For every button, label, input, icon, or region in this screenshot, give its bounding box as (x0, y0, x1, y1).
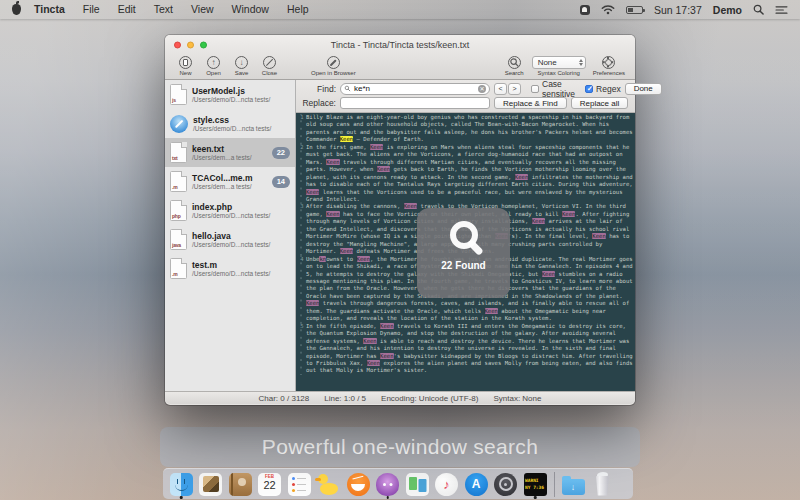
dock-icon-cyberduck[interactable] (316, 470, 342, 499)
file-path: /Users/dem...a tests/ (192, 154, 252, 161)
file-labels: TCACol...me.m/Users/dem...a tests/ (192, 173, 252, 190)
menu-bar-clock[interactable]: Sun 17:37 (654, 4, 702, 16)
menu-item-text[interactable]: Text (145, 3, 182, 15)
clear-find-icon[interactable]: ✕ (478, 85, 486, 93)
close-button[interactable]: Close (259, 56, 280, 76)
regex-checkbox[interactable] (585, 85, 593, 93)
dock-icon-downloads[interactable]: ↓ (560, 470, 586, 499)
editor-text[interactable]: In the first game, Keen is exploring on … (306, 144, 633, 204)
search-match: Keen (542, 271, 555, 277)
user-menu[interactable]: Demo (713, 4, 742, 16)
status-app-icon[interactable] (580, 5, 590, 15)
document-file-icon: .m (170, 171, 187, 192)
menu-item-tincta[interactable]: Tincta (25, 3, 74, 15)
file-labels: hello.java/Users/demo/D...ncta tests/ (192, 231, 270, 248)
dock-icon-itunes[interactable]: ♪ (434, 470, 460, 499)
sidebar-file-item[interactable]: phpindex.php/Users/demo/D...ncta tests/ (165, 196, 295, 225)
replace-and-find-button[interactable]: Replace & Find (494, 97, 567, 109)
apple-menu-icon[interactable] (12, 4, 21, 15)
magnifier-icon (450, 221, 478, 249)
file-name: TCACol...me.m (192, 173, 252, 183)
dock-icon-reminders[interactable] (286, 470, 312, 499)
dock-icon-trash[interactable] (590, 470, 616, 499)
open-in-browser-button[interactable]: Open in Browser (311, 56, 356, 76)
zoom-window-button[interactable] (200, 42, 207, 49)
dock-icon-contacts[interactable] (227, 470, 253, 499)
regex-label: Regex (596, 84, 621, 94)
status-char-count: Char: 0 / 3128 (259, 394, 310, 403)
search-match: Keen (326, 211, 339, 217)
menu-item-help[interactable]: Help (278, 3, 318, 15)
dock-icon-wheel[interactable] (493, 470, 519, 499)
file-extension-label: .m (172, 184, 177, 190)
dock-icon-preview[interactable] (198, 470, 224, 499)
replace-all-button[interactable]: Replace all (571, 97, 629, 109)
find-previous-button[interactable]: < (494, 83, 507, 95)
save-button[interactable]: ↓ Save (231, 56, 252, 76)
menu-item-view[interactable]: View (182, 3, 223, 15)
sidebar-file-item[interactable]: javahello.java/Users/demo/D...ncta tests… (165, 225, 295, 254)
editor-paragraph: 5In the fifth episode, Keen travels to K… (296, 323, 633, 375)
new-button[interactable]: New (175, 56, 196, 76)
syntax-coloring-control: None Syntax Coloring (532, 56, 586, 76)
find-next-button[interactable]: > (508, 83, 521, 95)
menu-item-window[interactable]: Window (223, 3, 278, 15)
file-path: /Users/demo/D...ncta tests/ (192, 212, 270, 219)
find-input[interactable]: ke*n ✕ (340, 83, 490, 95)
sidebar-file-item[interactable]: style.css/Users/demo/D...ncta tests/ (165, 109, 295, 138)
line-number: 5 (296, 323, 306, 375)
select-arrows-icon (579, 59, 583, 66)
search-match: Keen (370, 144, 383, 150)
menu-item-edit[interactable]: Edit (109, 3, 145, 15)
preferences-button[interactable]: Preferences (593, 56, 625, 76)
editor-paragraph: 2In the first game, Keen is exploring on… (296, 144, 633, 204)
notification-center-icon[interactable] (775, 5, 788, 15)
sidebar-file-item[interactable]: .mTCACol...me.m/Users/dem...a tests/14 (165, 167, 295, 196)
title-bar[interactable]: Tincta - Tincta/Tincta tests/keen.txt (165, 35, 635, 55)
dock-icon-dos[interactable]: WARNINY 7:36 (522, 470, 548, 499)
dock-icon-octopus[interactable] (375, 470, 401, 499)
search-button[interactable]: Search (504, 56, 525, 76)
document-file-icon: js (170, 84, 187, 105)
battery-icon[interactable] (626, 6, 643, 14)
replace-input[interactable] (340, 97, 490, 109)
file-path: /Users/demo/D...ncta tests/ (192, 96, 270, 103)
find-field-magnifier-icon (344, 85, 351, 92)
dock-separator (554, 472, 555, 497)
dock-icon-finder[interactable] (168, 470, 194, 499)
open-button[interactable]: ↑ Open (203, 56, 224, 76)
window-title: Tincta - Tincta/Tincta tests/keen.txt (331, 40, 469, 50)
dock-icon-panels[interactable] (404, 470, 430, 499)
save-icon: ↓ (235, 56, 248, 69)
syntax-coloring-select[interactable]: None (532, 56, 586, 69)
replace-row: Replace: Replace & Find Replace all (300, 97, 631, 109)
calendar-day: 22 (258, 479, 281, 491)
menu-bar-status-area: Sun 17:37 Demo (580, 4, 788, 16)
sidebar-file-item[interactable]: txtkeen.txt/Users/dem...a tests/22 (165, 138, 295, 167)
wifi-icon[interactable] (601, 4, 615, 15)
editor-text[interactable]: In the fifth episode, Keen travels to Ko… (306, 323, 633, 375)
search-match: Keen (592, 233, 605, 239)
search-match: Keen (404, 203, 417, 209)
minimize-window-button[interactable] (187, 42, 194, 49)
done-button[interactable]: Done (625, 83, 662, 95)
find-bar: Find: ke*n ✕ < > Case sensitive (296, 80, 635, 113)
find-input-value: ke*n (354, 84, 475, 94)
search-match: Keen (380, 323, 393, 329)
found-count-label: 22 Found (441, 260, 485, 271)
dock-icon-appstore[interactable]: A (463, 470, 489, 499)
sidebar-file-item[interactable]: .mtest.m/Users/demo/D...ncta tests/ (165, 254, 295, 283)
search-match: kn (319, 256, 326, 262)
close-window-button[interactable] (174, 42, 181, 49)
file-extension-label: php (172, 213, 181, 219)
find-label: Find: (300, 84, 336, 94)
editor-text[interactable]: Billy Blaze is an eight-year-old boy gen… (306, 114, 633, 144)
search-match: Keen (515, 174, 528, 180)
menu-item-file[interactable]: File (74, 3, 109, 15)
dock-icon-calendar[interactable]: FEB22 (257, 470, 283, 499)
spotlight-icon[interactable] (753, 4, 764, 15)
replace-label: Replace: (300, 98, 336, 108)
sidebar-file-item[interactable]: jsUserModel.js/Users/demo/D...ncta tests… (165, 80, 295, 109)
dock-icon-noodles[interactable] (345, 470, 371, 499)
case-sensitive-checkbox[interactable] (531, 85, 539, 93)
